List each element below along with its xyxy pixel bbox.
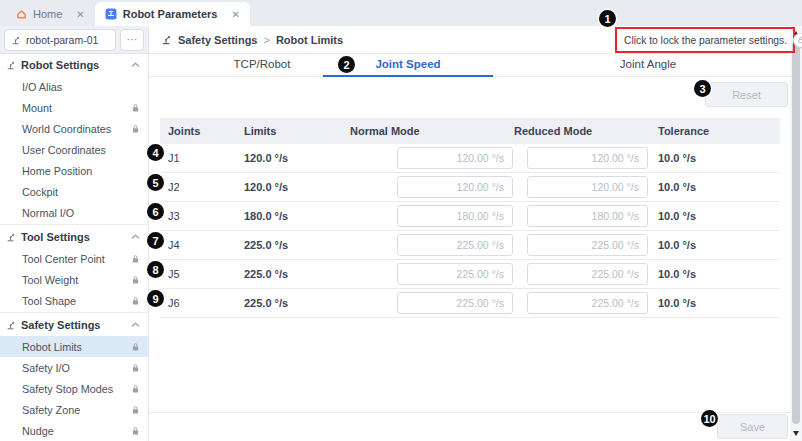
item-label: Home Position: [22, 165, 92, 177]
scrollbar-thumb[interactable]: [792, 42, 800, 424]
sidebar-section-tool-settings[interactable]: Tool Settings: [0, 226, 148, 248]
sidebar-section-robot-settings[interactable]: Robot Settings: [0, 54, 148, 76]
sidebar-item-normal-io[interactable]: Normal I/O: [0, 202, 148, 223]
item-label: Tool Weight: [22, 274, 78, 286]
item-label: Mount: [22, 102, 52, 114]
sidebar-item-tool-center-point[interactable]: Tool Center Point: [0, 248, 148, 269]
normal-mode-input-j3[interactable]: [397, 205, 513, 227]
robot-arm-icon: [6, 60, 16, 70]
limit-value: 225.0 °/s: [236, 239, 344, 251]
sidebar-nav: Robot Settings I/O Alias Mount World Coo…: [0, 54, 148, 441]
reduced-mode-input-j5[interactable]: [527, 263, 648, 285]
breadcrumb-current: Robot Limits: [276, 34, 343, 46]
sidebar-item-safety-stop-modes[interactable]: Safety Stop Modes: [0, 378, 148, 399]
chevron-up-icon[interactable]: [131, 234, 140, 240]
tab-robot-parameters[interactable]: Robot Parameters ✕: [95, 2, 250, 26]
close-icon[interactable]: ✕: [232, 9, 240, 20]
sidebar-item-user-coordinates[interactable]: User Coordinates: [0, 139, 148, 160]
joint-label: J1: [160, 152, 236, 164]
tab-home[interactable]: Home ✕: [6, 2, 95, 26]
normal-mode-input-j1[interactable]: [397, 147, 513, 169]
reduced-mode-input-j3[interactable]: [527, 205, 648, 227]
column-header-normal-mode: Normal Mode: [344, 125, 514, 137]
sidebar-item-tool-shape[interactable]: Tool Shape: [0, 290, 148, 311]
item-label: Safety Zone: [22, 404, 80, 416]
sidebar-item-home-position[interactable]: Home Position: [0, 160, 148, 181]
annotation-badge-5: 5: [147, 174, 164, 191]
sidebar-item-mount[interactable]: Mount: [0, 97, 148, 118]
breadcrumb-parent[interactable]: Safety Settings: [178, 34, 257, 46]
section-label: Safety Settings: [21, 319, 100, 331]
sidebar-item-world-coordinates[interactable]: World Coordinates: [0, 118, 148, 139]
robot-arm-icon: [6, 320, 16, 330]
normal-mode-input-j6[interactable]: [397, 292, 513, 314]
sidebar-item-cockpit[interactable]: Cockpit: [0, 181, 148, 202]
item-label: I/O Alias: [22, 81, 62, 93]
column-header-reduced-mode: Reduced Mode: [514, 125, 650, 137]
reduced-mode-input-j6[interactable]: [527, 292, 648, 314]
save-button[interactable]: Save: [717, 414, 788, 439]
limit-value: 180.0 °/s: [236, 210, 344, 222]
unlock-icon: [797, 36, 802, 44]
sidebar-item-safety-zone[interactable]: Safety Zone: [0, 399, 148, 420]
robot-parameters-icon: [105, 8, 117, 20]
sidebar-item-safety-io[interactable]: Safety I/O: [0, 357, 148, 378]
table-row-j6: J6 225.0 °/s 10.0 °/s: [160, 289, 780, 318]
lock-icon: [131, 363, 140, 373]
normal-mode-input-j2[interactable]: [397, 176, 513, 198]
tolerance-value: 10.0 °/s: [650, 181, 780, 193]
lock-icon: [131, 124, 140, 134]
item-label: Nudge: [22, 425, 54, 437]
param-file-selector[interactable]: robot-param-01: [4, 29, 116, 51]
annotation-badge-4: 4: [147, 144, 164, 161]
tab-tcp-robot[interactable]: TCP/Robot: [234, 58, 291, 70]
section-divider: [0, 312, 148, 313]
robot-arm-icon: [161, 34, 172, 45]
sidebar-item-tool-weight[interactable]: Tool Weight: [0, 269, 148, 290]
normal-mode-input-j5[interactable]: [397, 263, 513, 285]
sidebar-item-nudge[interactable]: Nudge: [0, 420, 148, 441]
lock-icon: [131, 254, 140, 264]
tab-joint-angle[interactable]: Joint Angle: [620, 58, 676, 70]
tolerance-value: 10.0 °/s: [650, 297, 780, 309]
joint-speed-table: Joints Limits Normal Mode Reduced Mode T…: [160, 118, 780, 318]
item-label: Normal I/O: [22, 207, 74, 219]
lock-banner-text: Click to lock the parameter settings.: [624, 35, 787, 46]
lock-toggle[interactable]: [793, 33, 802, 48]
annotation-badge-7: 7: [147, 232, 164, 249]
tolerance-value: 10.0 °/s: [650, 268, 780, 280]
sidebar-item-robot-limits[interactable]: Robot Limits: [0, 336, 148, 357]
table-header-row: Joints Limits Normal Mode Reduced Mode T…: [160, 118, 780, 144]
reduced-mode-input-j2[interactable]: [527, 176, 648, 198]
reduced-mode-input-j1[interactable]: [527, 147, 648, 169]
joint-label: J4: [160, 239, 236, 251]
tab-joint-speed[interactable]: Joint Speed: [375, 58, 440, 70]
parameter-tabs: TCP/Robot Joint Speed Joint Angle: [149, 55, 790, 77]
item-label: Robot Limits: [22, 341, 82, 353]
screen: Home ✕ Robot Parameters ✕ robot-param-01…: [0, 0, 802, 441]
toggle-knob: [794, 34, 802, 47]
table-row-j4: J4 225.0 °/s 10.0 °/s: [160, 231, 780, 260]
normal-mode-input-j4[interactable]: [397, 234, 513, 256]
close-icon[interactable]: ✕: [76, 9, 84, 20]
robot-arm-icon: [11, 35, 21, 45]
footer-divider: [149, 412, 790, 413]
tab-home-label: Home: [33, 8, 62, 20]
reduced-mode-input-j4[interactable]: [527, 234, 648, 256]
reset-button[interactable]: Reset: [705, 82, 788, 107]
section-label: Tool Settings: [21, 231, 90, 243]
vertical-scrollbar[interactable]: [790, 26, 802, 441]
more-options-button[interactable]: ⋯: [120, 29, 144, 51]
item-label: User Coordinates: [22, 144, 106, 156]
sidebar-item-io-alias[interactable]: I/O Alias: [0, 76, 148, 97]
joint-label: J3: [160, 210, 236, 222]
chevron-up-icon[interactable]: [131, 62, 140, 68]
sidebar-section-safety-settings[interactable]: Safety Settings: [0, 314, 148, 336]
scroll-down-arrow-icon[interactable]: [793, 431, 799, 436]
chevron-up-icon[interactable]: [131, 322, 140, 328]
sidebar-header: robot-param-01 ⋯: [0, 26, 148, 54]
annotation-badge-1: 1: [599, 10, 616, 27]
annotation-badge-2: 2: [338, 56, 355, 73]
lock-icon: [131, 384, 140, 394]
limit-value: 225.0 °/s: [236, 268, 344, 280]
